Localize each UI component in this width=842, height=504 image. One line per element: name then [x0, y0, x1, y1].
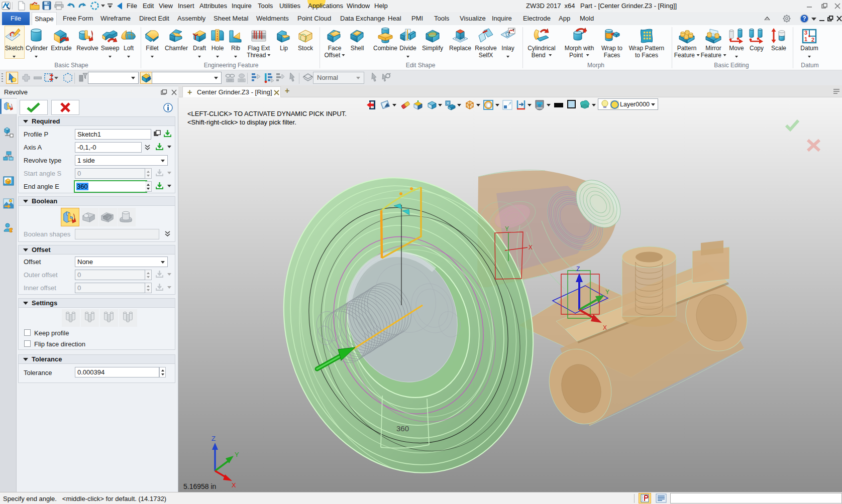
- svg-text:Y: Y: [605, 289, 609, 296]
- svg-text:X: X: [529, 244, 533, 251]
- svg-text:Y: Y: [505, 225, 509, 232]
- svg-text:X: X: [603, 324, 607, 331]
- svg-text:?: ?: [802, 15, 806, 22]
- svg-text:Z: Z: [576, 266, 580, 273]
- svg-text:Y: Y: [235, 451, 239, 458]
- svg-text:5.16958 in: 5.16958 in: [183, 482, 216, 490]
- svg-text:X: X: [232, 481, 236, 489]
- svg-text:360: 360: [396, 424, 409, 433]
- svg-text:Z: Z: [212, 435, 216, 442]
